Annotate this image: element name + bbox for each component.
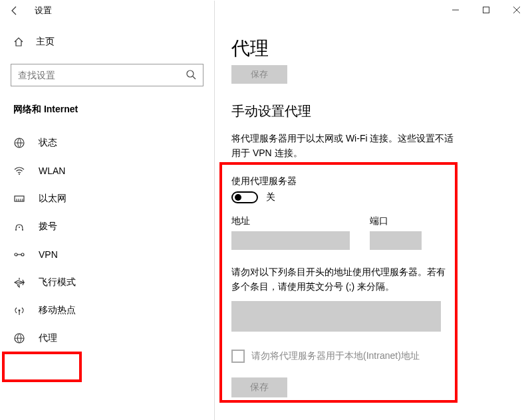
sidebar-home-label: 主页 [36, 36, 55, 48]
sidebar-item-ethernet[interactable]: 以太网 [11, 185, 202, 213]
search-icon [186, 69, 196, 82]
sidebar-item-proxy[interactable]: 代理 [11, 324, 202, 352]
wifi-icon [13, 165, 29, 177]
vpn-icon [13, 249, 29, 261]
sidebar-item-vpn[interactable]: VPN [11, 241, 202, 268]
bypass-input[interactable] [231, 301, 441, 332]
local-bypass-checkbox[interactable] [231, 350, 245, 363]
local-bypass-label: 请勿将代理服务器用于本地(Intranet)地址 [251, 350, 420, 362]
back-button[interactable] [8, 4, 21, 17]
svg-point-4 [187, 70, 194, 77]
close-button[interactable] [501, 0, 532, 20]
sidebar-item-hotspot[interactable]: 移动热点 [11, 296, 202, 324]
section-description: 将代理服务器用于以太网或 Wi-Fi 连接。这些设置不适用于 VPN 连接。 [231, 131, 458, 161]
sidebar-item-label: 以太网 [39, 193, 66, 205]
svg-point-17 [21, 253, 24, 256]
window-controls [440, 0, 532, 20]
home-icon [13, 37, 27, 47]
top-save-label: 保存 [251, 68, 268, 80]
svg-point-16 [15, 253, 17, 256]
content: 代理 保存 手动设置代理 将代理服务器用于以太网或 Wi-Fi 连接。这些设置不… [213, 21, 532, 420]
airplane-icon [13, 276, 29, 288]
sidebar-item-label: 飞行模式 [39, 276, 76, 288]
address-input[interactable] [231, 231, 350, 250]
window-title: 设置 [35, 5, 52, 17]
highlight-proxy-nav [2, 352, 82, 382]
save-button[interactable]: 保存 [231, 377, 287, 397]
page-title: 代理 [231, 36, 513, 61]
svg-point-7 [19, 173, 20, 175]
port-label: 端口 [370, 215, 422, 227]
sidebar-section-header: 网络和 Internet [11, 104, 202, 116]
section-title: 手动设置代理 [231, 102, 513, 120]
sidebar-item-label: 拨号 [39, 221, 57, 233]
save-button-label: 保存 [250, 381, 269, 393]
toggle-knob [235, 194, 241, 201]
bypass-description: 请勿对以下列条目开头的地址使用代理服务器。若有多个条目，请使用英文分号 (;) … [231, 264, 451, 294]
sidebar-item-label: WLAN [39, 165, 65, 176]
top-save-button[interactable]: 保存 [231, 65, 287, 84]
sidebar-item-dialup[interactable]: 拨号 [11, 213, 202, 241]
search-box[interactable] [11, 64, 203, 86]
proxy-form: 使用代理服务器 关 地址 端口 请勿对以下列条目开头的地址使用代理服务器。若有多… [231, 171, 513, 397]
ethernet-icon [13, 193, 29, 205]
sidebar-item-status[interactable]: 状态 [11, 129, 202, 157]
sidebar-item-label: 状态 [39, 137, 57, 149]
port-input[interactable] [370, 231, 422, 250]
sidebar: 主页 网络和 Internet 状态 [0, 21, 213, 420]
maximize-button[interactable] [471, 0, 501, 20]
sidebar-item-label: 代理 [39, 332, 57, 344]
hotspot-icon [13, 304, 29, 316]
svg-point-15 [19, 227, 20, 228]
minimize-button[interactable] [440, 0, 471, 20]
sidebar-item-label: VPN [39, 249, 58, 260]
svg-line-5 [193, 76, 196, 79]
search-input[interactable] [18, 70, 186, 80]
toggle-state-label: 关 [266, 191, 275, 203]
sidebar-item-wlan[interactable]: WLAN [11, 157, 202, 185]
proxy-icon [13, 332, 29, 344]
nav-list: 状态 WLAN 以太网 [11, 129, 202, 352]
use-proxy-toggle[interactable] [231, 191, 258, 203]
svg-point-13 [15, 229, 17, 231]
address-label: 地址 [231, 215, 350, 227]
svg-rect-1 [483, 7, 489, 13]
use-proxy-label: 使用代理服务器 [231, 175, 513, 187]
sidebar-item-airplane[interactable]: 飞行模式 [11, 268, 202, 296]
status-icon [13, 137, 29, 149]
sidebar-item-label: 移动热点 [39, 304, 76, 316]
svg-point-14 [22, 229, 23, 231]
dialup-icon [13, 221, 29, 233]
sidebar-home[interactable]: 主页 [11, 29, 202, 54]
